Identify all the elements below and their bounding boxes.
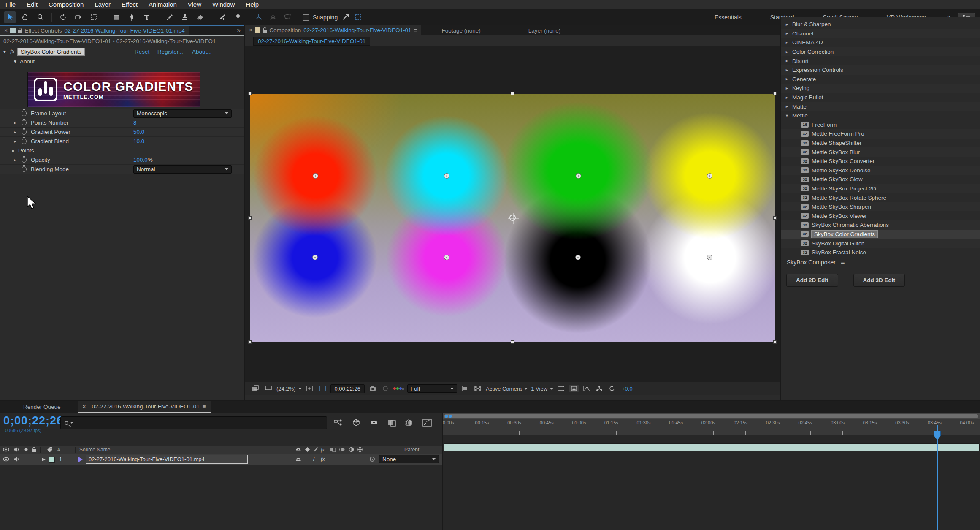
time-ruler[interactable]: 0:00s00:15s00:30s00:45s01:00s01:15s01:30… [443,419,980,435]
search-options-icon[interactable] [70,422,73,424]
layer-label-swatch[interactable] [49,457,55,463]
effects-category-row[interactable]: ▼ Mettle [781,111,980,120]
gradient-point-cyan[interactable] [444,173,449,179]
expander-icon[interactable]: ► [785,50,790,54]
expander-icon[interactable]: ► [785,41,790,45]
safe-margins-icon[interactable] [305,385,314,392]
expander-icon[interactable]: ► [13,139,17,144]
view-layout-dropdown[interactable]: 1 View [531,386,553,392]
layer-audio-icon[interactable] [13,457,19,463]
expander-icon[interactable]: ► [13,130,17,134]
layer-name[interactable]: 02-27-2016-Walking-Tour-Five-VIDEO1-01.m… [86,455,248,464]
comp-name-button[interactable]: 02-27-2016-Walking-Tour-Five-VIDEO1-01 [253,37,370,46]
zoom-tool[interactable] [35,11,46,23]
menu-item[interactable]: View [182,0,207,9]
selection-handle[interactable] [773,340,777,344]
exposure-value[interactable]: +0.0 [622,386,633,392]
breadcrumb-left[interactable]: 02-27-2016-Walking-Tour-Five-VIDEO1-01 [3,38,111,44]
effect-item-row[interactable]: 32 Mettle SkyBox Blur [781,147,980,157]
comp-flowchart-icon[interactable] [333,418,344,428]
source-name-column-header[interactable]: Source Name [79,447,110,453]
breadcrumb-right[interactable]: 02-27-2016-Walking-Tour-Five-VIDEO1 [116,38,216,44]
gradient-point-white[interactable] [707,255,712,260]
prop-points-group[interactable]: ► Points [0,146,244,155]
always-preview-icon[interactable] [251,385,260,392]
stopwatch-icon[interactable] [22,129,27,135]
expander-icon[interactable]: ► [13,158,17,162]
effect-item-row[interactable]: 32 Mettle SkyBox Glow [781,175,980,184]
network-icon[interactable] [595,385,604,392]
layer-row[interactable]: 1 02-27-2016-Walking-Tour-Five-VIDEO1-01… [0,454,442,465]
region-of-interest-icon[interactable] [318,385,327,392]
effect-item-row[interactable]: 32 Mettle SkyBox Project 2D [781,184,980,193]
close-icon[interactable]: × [4,27,8,34]
menu-item[interactable]: Layer [89,0,116,9]
layer-tab[interactable]: Layer (none) [525,25,565,35]
brush-tool[interactable] [164,11,175,23]
world-axis-icon[interactable] [269,13,277,22]
effects-category-row[interactable]: ► Distort [781,56,980,65]
add-2d-edit-button[interactable]: Add 2D Edit [786,274,838,287]
footage-tab[interactable]: Footage (none) [438,25,484,35]
parent-pickwhip-icon[interactable] [370,457,375,462]
gradient-point-magenta[interactable] [444,255,449,260]
effects-category-row[interactable]: ► Matte [781,102,980,111]
layer-video-icon[interactable] [3,457,9,463]
gradient-point-blue[interactable] [312,255,318,260]
selection-handle[interactable] [773,92,777,95]
selection-handle[interactable] [248,216,252,220]
effect-item-row[interactable]: 32 SkyBox Chromatic Aberrations [781,220,980,230]
share-view-icon[interactable] [557,385,566,392]
layer-shy-icon[interactable] [295,457,301,463]
graph-editor-icon[interactable] [422,418,432,428]
current-timecode[interactable]: 0;00;22;26 [3,414,63,427]
effects-category-row[interactable]: ► Generate [781,75,980,84]
tab-menu-icon[interactable]: ≡ [203,403,206,410]
resolution-dropdown[interactable]: Full [407,384,457,393]
selection-handle[interactable] [248,92,252,95]
selection-handle[interactable] [511,92,514,95]
effect-item-row[interactable]: 16 FreeForm [781,120,980,130]
panel-overflow-icon[interactable]: » [237,27,241,34]
menu-item[interactable]: Window [207,0,240,9]
reset-exposure-icon[interactable] [607,385,617,392]
prop-value[interactable]: 8 [133,120,137,126]
register-link[interactable]: Register... [157,49,183,55]
effects-category-row[interactable]: ► Magic Bullet [781,93,980,102]
effect-item-row[interactable]: 32 Mettle SkyBox Rotate Sphere [781,193,980,202]
expander-icon[interactable]: ► [785,86,790,90]
type-tool[interactable] [141,11,152,23]
menu-item[interactable]: File [0,0,21,9]
layer-quality-icon[interactable]: / [313,456,315,462]
effect-item-row[interactable]: 32 Mettle SkyBox Converter [781,157,980,166]
effects-category-row[interactable]: ► Blur & Sharpen [781,20,980,29]
effects-category-row[interactable]: ► CINEMA 4D [781,38,980,47]
gradient-point-green[interactable] [576,173,581,179]
lock-icon[interactable] [263,30,267,33]
work-area-bar[interactable] [444,414,978,418]
composition-tab[interactable]: × Composition 02-27-2016-Walking-Tour-Fi… [245,25,421,35]
snapshot-icon[interactable] [368,385,377,392]
layer-expand-icon[interactable] [41,457,46,463]
snap-arrow-icon[interactable] [341,13,350,22]
work-area-end-handle[interactable] [449,415,452,418]
pan-behind-tool[interactable] [88,11,99,23]
selection-handle[interactable] [248,340,252,344]
prop-value[interactable]: 50.0 [133,129,144,135]
menu-item[interactable]: Edit [21,0,43,9]
frame-layout-dropdown[interactable]: Monoscopic [133,109,232,118]
roto-brush-tool[interactable] [217,11,228,23]
primary-viewer-icon[interactable] [264,385,273,392]
expander-icon[interactable]: ▼ [785,114,790,118]
clone-stamp-tool[interactable] [179,11,190,23]
expander-icon[interactable]: ► [785,95,790,100]
prop-value[interactable]: 100.0% [133,157,153,163]
effect-item-row[interactable]: 32 Mettle SkyBox Sharpen [781,202,980,212]
effect-item-row[interactable]: 32 Mettle SkyBox Viewer [781,211,980,220]
shape-tool[interactable] [111,11,122,23]
timeline-scrollbar[interactable] [443,413,980,419]
about-link[interactable]: About... [192,49,212,55]
effect-controls-tab[interactable]: × Effect Controls 02-27-2016-Walking-Tou… [0,26,189,35]
layer-collapse-icon[interactable] [78,457,83,462]
stopwatch-icon[interactable] [22,111,27,116]
